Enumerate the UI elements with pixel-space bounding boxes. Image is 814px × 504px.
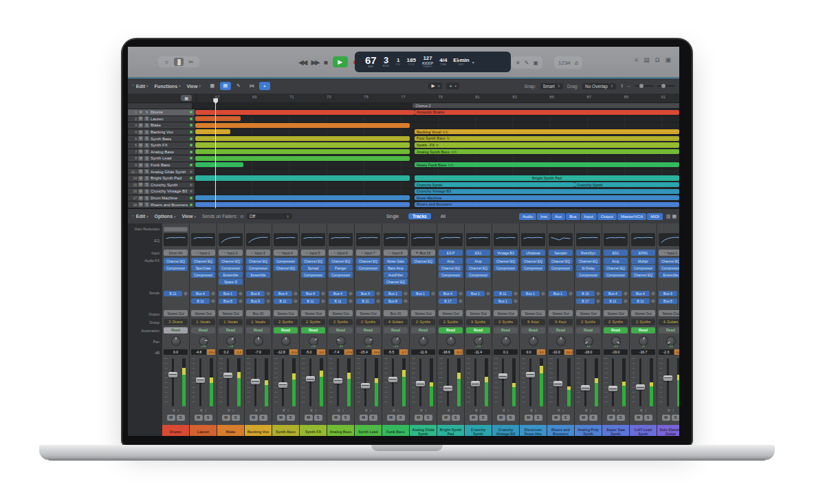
mute-button[interactable]: M <box>138 169 143 174</box>
send-bus[interactable]: B 17 <box>576 298 595 304</box>
track-on-indicator[interactable] <box>190 124 192 127</box>
solo-button[interactable]: S <box>507 415 515 421</box>
db-value[interactable]: -16.7 <box>631 349 655 355</box>
view-tab-single[interactable]: Single <box>382 213 403 219</box>
output-slot[interactable]: Stereo Out <box>219 310 243 316</box>
track-on-indicator[interactable] <box>190 111 192 113</box>
region[interactable]: Crunchy Synth <box>415 182 575 187</box>
playhead[interactable] <box>215 103 216 208</box>
view-tab-tracks[interactable]: Tracks <box>408 213 431 219</box>
automation-mode-button[interactable]: Read <box>219 327 243 333</box>
group-slot[interactable]: 2: Synths <box>439 319 463 325</box>
input-monitor-button[interactable]: I <box>370 409 371 413</box>
menu-functions[interactable]: Functions▾ <box>155 84 181 89</box>
fader-cap[interactable] <box>333 378 342 384</box>
input-slot[interactable]: ⊕Bus 15 <box>411 250 435 256</box>
region[interactable]: Synth - FX↻ <box>415 142 679 147</box>
send-bus[interactable]: Bus 4 <box>604 291 622 296</box>
group-slot[interactable]: 2: Synths <box>494 319 518 325</box>
fx-slot[interactable]: Channel EQ <box>521 258 545 264</box>
eq-thumbnail[interactable] <box>604 233 628 246</box>
mute-button[interactable]: M <box>138 202 143 207</box>
automation-mode-button[interactable]: Read <box>274 327 298 333</box>
fader-cap[interactable] <box>608 386 617 391</box>
input-monitor-button[interactable]: I <box>672 409 673 413</box>
replace-icon[interactable]: ✕ <box>516 60 520 66</box>
send-level-knob[interactable] <box>294 299 298 303</box>
group-slot[interactable]: 4: Guitars <box>659 319 679 325</box>
track-on-indicator[interactable] <box>190 204 192 206</box>
mute-button[interactable]: M <box>250 415 258 421</box>
send-bus[interactable]: B 17 <box>439 298 457 304</box>
strip-name[interactable]: Blake <box>217 425 244 436</box>
fx-slot[interactable]: Channel EQ <box>411 258 435 264</box>
send-bus[interactable]: Bus 4 <box>631 291 650 296</box>
db-value[interactable]: -4.8 <box>191 349 206 355</box>
fader-area[interactable] <box>411 357 435 408</box>
db-value[interactable]: 0.0 <box>164 349 188 355</box>
fx-slot[interactable]: Channel EQ <box>466 265 490 271</box>
output-slot[interactable]: Stereo Out <box>329 310 353 316</box>
record-enable-button[interactable]: R <box>283 409 285 413</box>
track-on-indicator[interactable] <box>190 151 192 153</box>
send-level-knob[interactable] <box>266 292 270 296</box>
track-header[interactable]: 17MSDrum Machine <box>128 195 195 201</box>
eq-thumbnail[interactable] <box>439 233 463 246</box>
fx-slot[interactable]: Spread <box>301 265 325 271</box>
fx-slot[interactable]: Compressor <box>549 265 573 271</box>
pan-knob[interactable] <box>419 336 428 346</box>
fader-cap[interactable] <box>361 383 370 388</box>
record-enable-button[interactable]: R <box>668 409 670 413</box>
send-bus[interactable]: B 11 <box>301 298 320 304</box>
send-bus[interactable]: Bus 4 <box>301 291 320 296</box>
send-bus[interactable]: Bus 1 <box>494 298 512 304</box>
eq-thumbnail[interactable] <box>191 233 215 246</box>
send-bus[interactable]: Bus 8 <box>659 298 677 304</box>
fader-cap[interactable] <box>416 381 425 386</box>
automation-mode-button[interactable]: Read <box>631 327 655 333</box>
send-bus[interactable]: B 11 <box>164 291 182 296</box>
solo-button[interactable]: S <box>314 415 322 421</box>
flex-icon[interactable]: ⋈ <box>246 82 257 90</box>
input-slot[interactable]: ES P <box>439 250 463 256</box>
mute-button[interactable]: M <box>138 130 143 135</box>
fader-cap[interactable] <box>251 379 260 384</box>
automation-mode-button[interactable]: Read <box>246 327 270 333</box>
send-bus[interactable]: Bus 1 <box>219 291 237 296</box>
mute-button[interactable]: M <box>138 196 143 201</box>
mute-button[interactable]: M <box>138 156 143 161</box>
track-header[interactable]: 18MSRisers and Boomers <box>128 201 195 208</box>
pan-knob[interactable] <box>501 336 511 346</box>
input-monitor-button[interactable]: I <box>480 409 481 413</box>
send-bus[interactable]: B 11 <box>356 298 375 304</box>
record-enable-button[interactable]: R <box>558 409 560 413</box>
input-monitor-button[interactable]: I <box>315 409 316 413</box>
input-slot[interactable]: ES1 <box>466 250 490 256</box>
solo-icon[interactable]: ▣ <box>533 60 538 66</box>
fx-slot[interactable]: Ensemble <box>659 272 679 278</box>
input-slot[interactable]: ○Input 5 <box>301 250 325 256</box>
send-level-knob[interactable] <box>184 292 188 296</box>
group-slot[interactable]: 1: Vocals <box>219 319 243 325</box>
output-slot[interactable]: Stereo Out <box>274 310 298 316</box>
solo-button[interactable]: S <box>204 415 212 421</box>
filter-chip-bus[interactable]: Bus <box>566 213 580 220</box>
pan-knob[interactable] <box>556 336 566 346</box>
fader-cap[interactable] <box>388 377 397 382</box>
db-value[interactable]: 0.2 <box>219 349 234 355</box>
mixer-menu-options[interactable]: Options▾ <box>155 214 176 219</box>
solo-button[interactable]: S <box>479 415 487 421</box>
input-slot[interactable]: ○Input 6 <box>329 250 353 256</box>
send-level-knob[interactable] <box>431 292 435 296</box>
region[interactable]: Fuzz Synth Bass↻ <box>415 136 679 141</box>
db-value[interactable]: -11.4 <box>466 349 490 355</box>
solo-button[interactable]: S <box>144 189 149 194</box>
mute-button[interactable]: M <box>442 415 450 421</box>
fader-cap[interactable] <box>498 373 507 379</box>
solo-button[interactable]: S <box>287 415 295 421</box>
mixer-collapse-icon[interactable]: ^ <box>132 215 134 219</box>
track-header[interactable]: 7MSAnalog Bass <box>128 149 195 155</box>
solo-button[interactable]: S <box>144 123 149 128</box>
sends-on-faders-dropdown[interactable]: Off⇕ <box>247 213 292 219</box>
input-monitor-button[interactable]: I <box>535 409 536 413</box>
